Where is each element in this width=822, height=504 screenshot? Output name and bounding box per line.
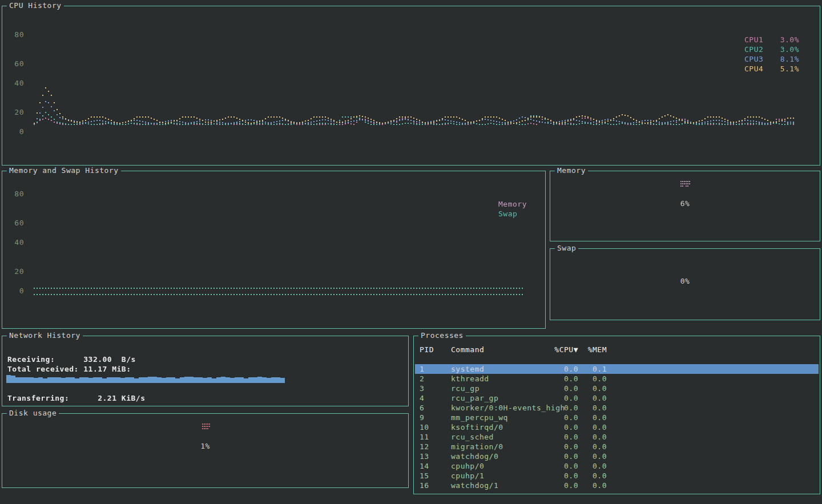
cpu-legend-row: CPU45.1% bbox=[744, 64, 799, 74]
process-mem: 0.0 bbox=[578, 442, 607, 451]
process-mem: 0.0 bbox=[578, 461, 607, 471]
gauge-gap bbox=[684, 186, 685, 187]
gauge-dot bbox=[207, 426, 208, 427]
header-command[interactable]: Command bbox=[451, 345, 553, 354]
process-mem: 0.0 bbox=[578, 413, 607, 422]
gauge-dot bbox=[682, 186, 683, 187]
cpu-legend-label: CPU2 bbox=[744, 45, 769, 54]
process-row[interactable]: 6kworker/0:0H-events_high0.00.0 bbox=[415, 403, 819, 413]
process-pid: 15 bbox=[420, 471, 451, 481]
gauge-dot bbox=[202, 428, 203, 429]
gauge-dot bbox=[206, 428, 207, 429]
gauge-dot bbox=[206, 426, 207, 427]
process-row[interactable]: 12migration/00.00.0 bbox=[415, 442, 819, 451]
process-cpu: 0.0 bbox=[553, 393, 578, 403]
process-row[interactable]: 14cpuhp/00.00.0 bbox=[415, 461, 819, 471]
process-mem: 0.0 bbox=[578, 451, 607, 461]
process-cpu: 0.0 bbox=[553, 442, 578, 451]
gauge-dot bbox=[682, 181, 683, 182]
swap-percent: 0% bbox=[550, 277, 820, 285]
cpu-legend-value: 8.1% bbox=[769, 54, 799, 64]
process-row[interactable]: 4rcu_par_gp0.00.0 bbox=[415, 393, 819, 403]
cpu-legend-value: 3.0% bbox=[769, 45, 799, 54]
cpu-legend-row: CPU13.0% bbox=[744, 35, 799, 45]
cpu-legend: CPU13.0%CPU23.0%CPU38.1%CPU45.1% bbox=[744, 35, 799, 74]
process-row[interactable]: 13watchdog/00.00.0 bbox=[415, 451, 819, 461]
network-history-panel: Network History Receiving: 332.00 B/s To… bbox=[2, 336, 409, 406]
memory-title: Memory bbox=[555, 166, 588, 175]
process-row[interactable]: 16watchdog/10.00.0 bbox=[415, 481, 819, 490]
process-cpu: 0.0 bbox=[553, 471, 578, 481]
process-mem: 0.0 bbox=[578, 422, 607, 432]
gauge-dot bbox=[684, 183, 685, 184]
gauge-dot bbox=[689, 181, 690, 182]
process-mem: 0.0 bbox=[578, 481, 607, 490]
process-row-selected[interactable]: 1systemd0.00.1 bbox=[415, 364, 819, 374]
cpu-history-panel: CPU History 80 60 40 20 0 CPU13.0%CPU23.… bbox=[2, 6, 820, 166]
process-pid: 10 bbox=[420, 422, 451, 432]
process-cpu: 0.0 bbox=[553, 413, 578, 422]
processes-title: Processes bbox=[418, 331, 466, 340]
mem-swap-history-panel: Memory and Swap History 80 60 40 20 0 Me… bbox=[2, 171, 546, 329]
process-row[interactable]: 15cpuhp/10.00.0 bbox=[415, 471, 819, 481]
gauge-dot bbox=[684, 181, 685, 182]
process-row[interactable]: 2kthreadd0.00.0 bbox=[415, 374, 819, 384]
gauge-dot-row bbox=[680, 186, 691, 188]
process-command: cpuhp/0 bbox=[451, 461, 553, 471]
process-cpu: 0.0 bbox=[553, 374, 578, 384]
process-mem: 0.1 bbox=[578, 364, 607, 374]
header-cpu-sort[interactable]: %CPU▼ bbox=[553, 345, 578, 354]
process-table-header: PID Command %CPU▼ %MEM bbox=[415, 345, 819, 354]
process-mem: 0.0 bbox=[578, 374, 607, 384]
cpu-legend-label: CPU1 bbox=[744, 35, 769, 45]
network-receiving-line: Receiving: 332.00 B/s bbox=[7, 354, 136, 364]
memory-panel: Memory 6% bbox=[550, 171, 820, 241]
process-pid: 13 bbox=[420, 451, 451, 461]
process-command: mm_percpu_wq bbox=[451, 413, 553, 422]
gauge-dot bbox=[206, 424, 207, 425]
gauge-dot bbox=[207, 428, 208, 429]
cpu-legend-label: CPU3 bbox=[744, 54, 769, 64]
process-cpu: 0.0 bbox=[553, 481, 578, 490]
gauge-dot bbox=[680, 181, 682, 182]
process-command: rcu_par_gp bbox=[451, 393, 553, 403]
process-cpu: 0.0 bbox=[553, 432, 578, 442]
processes-panel: Processes PID Command %CPU▼ %MEM 1system… bbox=[413, 336, 820, 494]
gauge-dot bbox=[209, 424, 210, 425]
process-row[interactable]: 10ksoftirqd/00.00.0 bbox=[415, 422, 819, 432]
header-mem[interactable]: %MEM bbox=[578, 345, 607, 354]
gauge-dot bbox=[209, 426, 210, 427]
process-row[interactable]: 9mm_percpu_wq0.00.0 bbox=[415, 413, 819, 422]
process-pid: 9 bbox=[420, 413, 451, 422]
process-command: migration/0 bbox=[451, 442, 553, 451]
process-command: rcu_gp bbox=[451, 384, 553, 393]
network-transferring-line: Transferring: 2.21 KiB/s bbox=[7, 393, 145, 403]
process-command: systemd bbox=[451, 364, 553, 374]
process-command: kthreadd bbox=[451, 374, 553, 384]
process-mem: 0.0 bbox=[578, 432, 607, 442]
gauge-dot bbox=[207, 424, 208, 425]
gauge-dot bbox=[204, 426, 205, 427]
process-row[interactable]: 3rcu_gp0.00.0 bbox=[415, 384, 819, 393]
process-cpu: 0.0 bbox=[553, 364, 578, 374]
process-pid: 6 bbox=[420, 403, 451, 413]
system-monitor-screen: CPU History 80 60 40 20 0 CPU13.0%CPU23.… bbox=[0, 0, 822, 504]
disk-percent: 1% bbox=[2, 442, 408, 450]
gauge-dot-row bbox=[202, 428, 211, 430]
process-cpu: 0.0 bbox=[553, 422, 578, 432]
cpu-history-chart bbox=[2, 6, 820, 165]
gauge-dot bbox=[687, 186, 688, 187]
gauge-dot bbox=[689, 183, 690, 184]
swap-panel: Swap 0% bbox=[550, 248, 820, 320]
header-pid[interactable]: PID bbox=[420, 345, 451, 354]
process-pid: 2 bbox=[420, 374, 451, 384]
process-pid: 12 bbox=[420, 442, 451, 451]
memory-percent: 6% bbox=[550, 199, 820, 208]
cpu-legend-value: 5.1% bbox=[769, 64, 799, 74]
cpu-legend-label: CPU4 bbox=[744, 64, 769, 74]
process-row[interactable]: 11rcu_sched0.00.0 bbox=[415, 432, 819, 442]
gauge-dot bbox=[686, 183, 687, 184]
disk-usage-panel: Disk usage 1% bbox=[2, 413, 409, 488]
process-pid: 4 bbox=[420, 393, 451, 403]
cpu-legend-row: CPU23.0% bbox=[744, 45, 799, 54]
